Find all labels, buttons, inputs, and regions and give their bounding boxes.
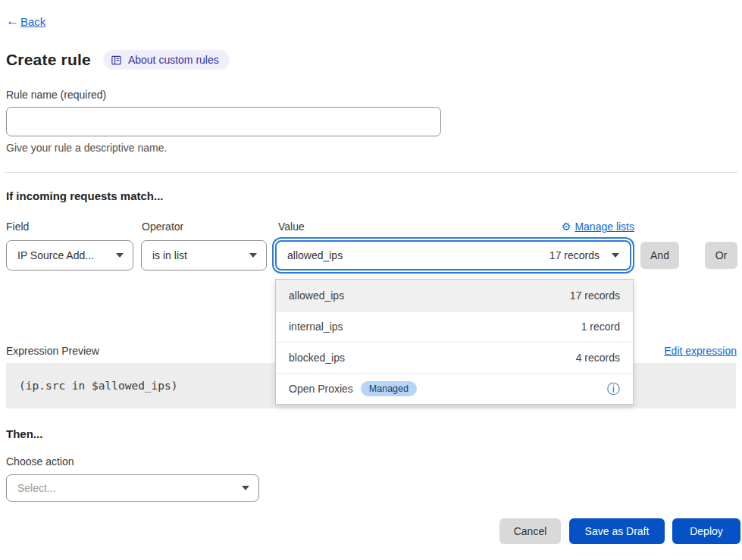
list-dropdown-menu: allowed_ips 17 records internal_ips 1 re… [275, 279, 634, 405]
field-select-value: IP Source Add... [17, 249, 94, 261]
chevron-down-icon [612, 253, 619, 258]
operator-select-value: is in list [152, 249, 187, 261]
field-label: Field [6, 221, 29, 233]
value-select[interactable]: allowed_ips 17 records [275, 240, 631, 271]
info-icon[interactable]: ⓘ [607, 383, 620, 396]
gear-icon: ⚙ [562, 221, 571, 232]
save-as-draft-button[interactable]: Save as Draft [569, 518, 665, 544]
deploy-button[interactable]: Deploy [672, 518, 740, 544]
rule-name-label: Rule name (required) [6, 89, 106, 101]
choose-action-label: Choose action [6, 455, 74, 468]
list-option-name: allowed_ips [289, 289, 344, 302]
rule-name-input[interactable] [6, 107, 441, 136]
action-select-placeholder: Select... [17, 482, 56, 494]
managed-badge: Managed [361, 381, 417, 396]
back-link-label[interactable]: Back [20, 15, 45, 28]
action-select[interactable]: Select... [6, 474, 259, 502]
list-option-blocked-ips[interactable]: blocked_ips 4 records [276, 342, 633, 373]
back-link[interactable]: ← Back [6, 14, 45, 29]
and-button[interactable]: And [640, 242, 679, 269]
cancel-button[interactable]: Cancel [499, 518, 561, 544]
section-divider [5, 172, 737, 173]
operator-label: Operator [142, 221, 183, 233]
value-select-records: 17 records [549, 249, 600, 261]
chevron-down-icon [249, 253, 257, 258]
list-option-name: blocked_ips [289, 352, 345, 364]
then-section-heading: Then... [6, 427, 42, 440]
list-option-name: Open Proxies [289, 383, 353, 395]
title-row: Create rule About custom rules [6, 50, 230, 70]
page-title: Create rule [6, 51, 91, 69]
expression-preview-label: Expression Preview [6, 345, 99, 357]
chevron-down-icon [116, 253, 124, 258]
edit-expression-link[interactable]: Edit expression [664, 345, 737, 357]
create-rule-page: ← Back Create rule About custom rules Ru… [0, 0, 742, 560]
list-option-open-proxies[interactable]: Open Proxies Managed ⓘ [276, 373, 633, 404]
value-select-value: allowed_ips [287, 249, 343, 261]
manage-lists-label: Manage lists [575, 221, 634, 233]
chevron-down-icon [242, 486, 249, 490]
about-custom-rules-label: About custom rules [128, 54, 219, 66]
match-section-heading: If incoming requests match... [6, 189, 164, 202]
back-arrow-icon: ← [6, 14, 19, 29]
expression-code: (ip.src in $allowed_ips) [19, 380, 178, 392]
or-button[interactable]: Or [705, 242, 737, 269]
value-label: Value [278, 221, 305, 233]
field-select[interactable]: IP Source Add... [6, 240, 133, 271]
list-option-records: 4 records [576, 352, 620, 364]
about-custom-rules-link[interactable]: About custom rules [103, 50, 230, 70]
list-option-records: 17 records [570, 289, 620, 302]
list-option-name: internal_ips [289, 321, 343, 333]
operator-select[interactable]: is in list [141, 240, 267, 271]
list-option-allowed-ips[interactable]: allowed_ips 17 records [276, 280, 633, 311]
list-option-internal-ips[interactable]: internal_ips 1 record [276, 311, 633, 342]
book-icon [111, 55, 122, 66]
list-option-records: 1 record [581, 321, 620, 333]
manage-lists-link[interactable]: ⚙ Manage lists [562, 221, 634, 233]
rule-name-helper: Give your rule a descriptive name. [6, 142, 167, 154]
